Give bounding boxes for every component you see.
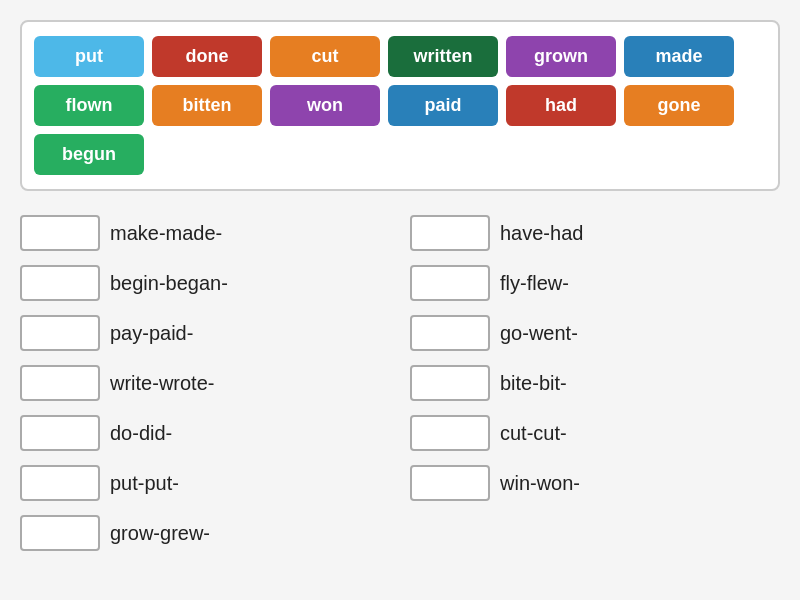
exercise-row-ex4: write-wrote-: [20, 365, 390, 401]
word-tile-cut[interactable]: cut: [270, 36, 380, 77]
word-tile-begun[interactable]: begun: [34, 134, 144, 175]
word-tile-made[interactable]: made: [624, 36, 734, 77]
word-tile-paid[interactable]: paid: [388, 85, 498, 126]
answer-box-ex5[interactable]: [20, 415, 100, 451]
answer-box-ex3[interactable]: [20, 315, 100, 351]
word-tile-had[interactable]: had: [506, 85, 616, 126]
exercise-text-ex5: do-did-: [110, 422, 172, 445]
word-bank: putdonecutwrittengrownmadeflownbittenwon…: [20, 20, 780, 191]
exercise-text-ex10: go-went-: [500, 322, 578, 345]
answer-box-ex10[interactable]: [410, 315, 490, 351]
exercise-text-ex4: write-wrote-: [110, 372, 214, 395]
exercise-row-ex12: cut-cut-: [410, 415, 780, 451]
exercise-row-ex11: bite-bit-: [410, 365, 780, 401]
exercises-container: make-made-begin-began-pay-paid-write-wro…: [20, 215, 780, 551]
exercise-text-ex6: put-put-: [110, 472, 179, 495]
exercise-text-ex13: win-won-: [500, 472, 580, 495]
exercise-row-ex9: fly-flew-: [410, 265, 780, 301]
exercise-row-ex10: go-went-: [410, 315, 780, 351]
answer-box-ex12[interactable]: [410, 415, 490, 451]
exercise-row-ex5: do-did-: [20, 415, 390, 451]
right-column: have-hadfly-flew-go-went-bite-bit-cut-cu…: [410, 215, 780, 551]
exercise-text-ex7: grow-grew-: [110, 522, 210, 545]
answer-box-ex7[interactable]: [20, 515, 100, 551]
exercise-text-ex2: begin-began-: [110, 272, 228, 295]
word-tile-bitten[interactable]: bitten: [152, 85, 262, 126]
exercise-row-ex8: have-had: [410, 215, 780, 251]
word-tile-won[interactable]: won: [270, 85, 380, 126]
answer-box-ex2[interactable]: [20, 265, 100, 301]
exercise-row-ex13: win-won-: [410, 465, 780, 501]
exercise-text-ex1: make-made-: [110, 222, 222, 245]
exercise-row-ex7: grow-grew-: [20, 515, 390, 551]
word-tile-put[interactable]: put: [34, 36, 144, 77]
answer-box-ex8[interactable]: [410, 215, 490, 251]
answer-box-ex11[interactable]: [410, 365, 490, 401]
answer-box-ex4[interactable]: [20, 365, 100, 401]
exercise-text-ex11: bite-bit-: [500, 372, 567, 395]
exercise-row-ex1: make-made-: [20, 215, 390, 251]
exercise-text-ex12: cut-cut-: [500, 422, 567, 445]
answer-box-ex1[interactable]: [20, 215, 100, 251]
left-column: make-made-begin-began-pay-paid-write-wro…: [20, 215, 390, 551]
word-tile-grown[interactable]: grown: [506, 36, 616, 77]
exercise-text-ex3: pay-paid-: [110, 322, 193, 345]
exercise-text-ex9: fly-flew-: [500, 272, 569, 295]
word-tile-written[interactable]: written: [388, 36, 498, 77]
answer-box-ex13[interactable]: [410, 465, 490, 501]
exercise-row-ex2: begin-began-: [20, 265, 390, 301]
exercise-text-ex8: have-had: [500, 222, 583, 245]
word-tile-gone[interactable]: gone: [624, 85, 734, 126]
word-tile-done[interactable]: done: [152, 36, 262, 77]
word-tile-flown[interactable]: flown: [34, 85, 144, 126]
exercise-row-ex6: put-put-: [20, 465, 390, 501]
answer-box-ex6[interactable]: [20, 465, 100, 501]
answer-box-ex9[interactable]: [410, 265, 490, 301]
exercise-row-ex3: pay-paid-: [20, 315, 390, 351]
